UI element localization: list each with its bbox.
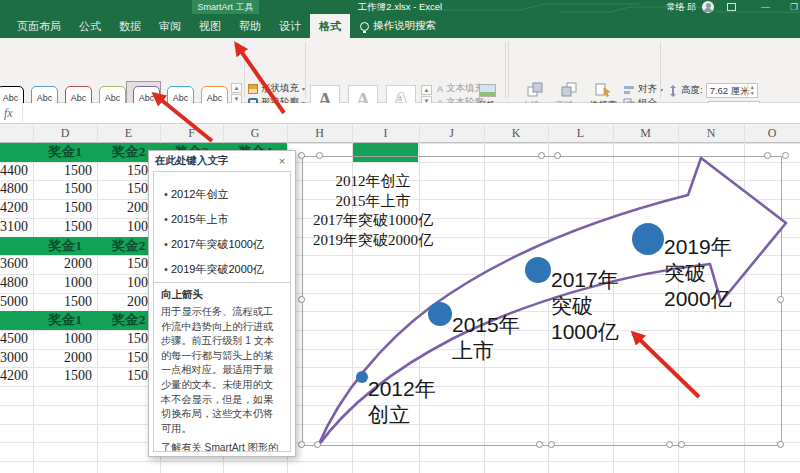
text-pane-item[interactable]: 2019年突破2000亿: [164, 257, 284, 282]
milestone-dot-2015[interactable]: [428, 302, 452, 326]
text-pane-item[interactable]: 2012年创立: [164, 182, 284, 207]
selection-handle[interactable]: [298, 152, 305, 159]
text-pane-item[interactable]: 2015年上市: [164, 207, 284, 232]
text-pane-list[interactable]: 2012年创立 2015年上市 2017年突破1000亿 2019年突破2000…: [154, 172, 290, 282]
milestone-dot-2012[interactable]: [356, 371, 368, 383]
smartart-help-link[interactable]: 了解有关 SmartArt 图形的详细信息: [161, 441, 283, 452]
selection-handle[interactable]: [554, 152, 561, 159]
milestone-label-2012[interactable]: 2012年创立: [368, 376, 436, 428]
selection-handle[interactable]: [316, 152, 323, 159]
text-pane-header: 在此处键入文字 ×: [149, 151, 295, 171]
layout-help-panel: 向上箭头 用于显示任务、流程或工作流中趋势向上的行进或步骤。前五行级别 1 文本…: [154, 282, 290, 452]
selection-handle[interactable]: [538, 152, 545, 159]
selection-handle[interactable]: [777, 296, 784, 303]
text-pane-item[interactable]: 2017年突破1000亿: [164, 232, 284, 257]
selection-handle[interactable]: [678, 441, 685, 448]
text-pane-title: 在此处键入文字: [155, 154, 275, 168]
smartart-text-pane[interactable]: 在此处键入文字 × 2012年创立 2015年上市 2017年突破1000亿 2…: [148, 150, 296, 457]
close-icon[interactable]: ×: [275, 155, 289, 167]
milestone-label-2019[interactable]: 2019年突破2000亿: [664, 234, 732, 312]
layout-description: 用于显示任务、流程或工作流中趋势向上的行进或步骤。前五行级别 1 文本的每一行都…: [161, 305, 283, 436]
selection-handle[interactable]: [666, 441, 673, 448]
excel-window: SmartArt 工具 工作簿2.xlsx - Excel 常络 邱 — ❐ 页…: [0, 0, 800, 473]
selection-handle[interactable]: [298, 441, 305, 448]
selection-handle[interactable]: [782, 152, 789, 159]
milestone-dot-2019[interactable]: [632, 223, 664, 255]
milestone-label-2015[interactable]: 2015年上市: [452, 312, 520, 364]
selection-handle[interactable]: [298, 296, 305, 303]
selection-handle[interactable]: [314, 441, 321, 448]
selection-handle[interactable]: [548, 441, 555, 448]
milestone-dot-2017[interactable]: [525, 257, 551, 283]
selection-handle[interactable]: [536, 441, 543, 448]
selection-handle[interactable]: [764, 152, 771, 159]
layout-name: 向上箭头: [161, 288, 283, 302]
milestone-label-2017[interactable]: 2017年突破1000亿: [551, 267, 619, 345]
selection-handle[interactable]: [777, 441, 784, 448]
